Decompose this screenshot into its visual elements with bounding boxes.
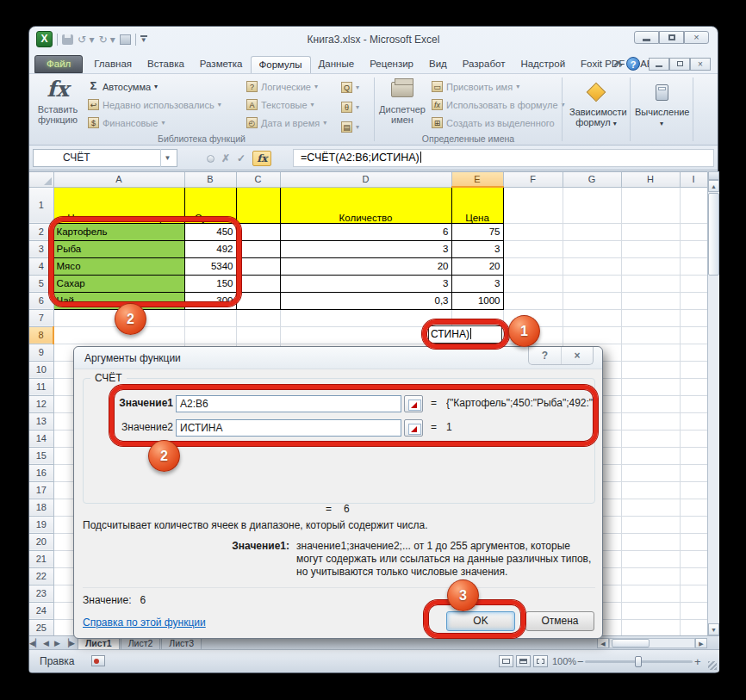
scroll-left-icon[interactable]: ◀ bbox=[597, 638, 609, 648]
column-header-A[interactable]: A bbox=[53, 172, 184, 187]
zoom-level[interactable]: 100% bbox=[552, 656, 576, 666]
row-header-9[interactable]: 9 bbox=[29, 344, 53, 361]
cell-G4[interactable] bbox=[563, 257, 621, 275]
macro-record-icon[interactable] bbox=[91, 655, 105, 666]
cell-C3[interactable] bbox=[236, 240, 280, 257]
insert-function-button[interactable]: fx Вставить функцию bbox=[32, 77, 84, 125]
cell-I8[interactable] bbox=[680, 326, 707, 344]
row-header-23[interactable]: 23 bbox=[29, 585, 53, 602]
dialog-close-icon[interactable]: × bbox=[561, 347, 593, 364]
ribbon-tab-1[interactable]: Вставка bbox=[140, 56, 192, 73]
page-break-view-button[interactable] bbox=[533, 655, 548, 667]
cell-H20[interactable] bbox=[621, 533, 680, 550]
cell-H5[interactable] bbox=[621, 275, 680, 292]
financial-button[interactable]: $Финансовые▾ bbox=[88, 114, 221, 132]
cell-I17[interactable] bbox=[680, 481, 707, 499]
cell-H14[interactable] bbox=[621, 430, 680, 447]
cell-C4[interactable] bbox=[236, 257, 280, 275]
collapse-ribbon-icon[interactable] bbox=[614, 61, 623, 70]
row-header-18[interactable]: 18 bbox=[29, 499, 53, 516]
enter-icon[interactable]: ✓ bbox=[237, 152, 246, 164]
cell-I10[interactable] bbox=[680, 361, 707, 378]
scrollbar-split-handle[interactable] bbox=[708, 171, 719, 180]
cell-H11[interactable] bbox=[621, 378, 680, 395]
save-icon[interactable] bbox=[62, 34, 73, 45]
formula-input[interactable]: =СЧЁТ(A2:B6;ИСТИНА) bbox=[293, 149, 714, 167]
create-from-selection-button[interactable]: ⊞Создать из выделенного bbox=[432, 114, 565, 132]
resize-grip[interactable] bbox=[708, 661, 717, 670]
zoom-slider-thumb[interactable] bbox=[635, 656, 642, 667]
help-icon[interactable]: ? bbox=[626, 57, 640, 71]
ribbon-tab-4[interactable]: Данные bbox=[311, 56, 363, 73]
next-sheet-icon[interactable]: ▶ bbox=[52, 639, 63, 647]
workbook-close-button[interactable]: × bbox=[690, 58, 711, 71]
cell-I13[interactable] bbox=[680, 412, 707, 430]
cell-I23[interactable] bbox=[680, 585, 707, 602]
scroll-down-icon[interactable]: ▼ bbox=[708, 623, 719, 635]
row-header-25[interactable]: 25 bbox=[29, 619, 53, 635]
cell-F4[interactable] bbox=[503, 257, 563, 275]
cell-H24[interactable] bbox=[621, 602, 680, 619]
cell-H2[interactable] bbox=[621, 223, 680, 240]
cell-I21[interactable] bbox=[680, 550, 707, 567]
zoom-in-icon[interactable]: + bbox=[694, 655, 701, 668]
define-name-button[interactable]: ▭Присвоить имя▾ bbox=[432, 77, 565, 96]
ribbon-tab-0[interactable]: Главная bbox=[86, 56, 140, 73]
row-header-12[interactable]: 12 bbox=[29, 395, 53, 412]
grid-icon[interactable] bbox=[120, 34, 131, 45]
zoom-out-icon[interactable]: − bbox=[577, 655, 584, 668]
cell-H15[interactable] bbox=[621, 447, 680, 464]
row-header-13[interactable]: 13 bbox=[29, 412, 53, 430]
insert-function-icon[interactable]: fx bbox=[252, 151, 271, 166]
cell-F2[interactable] bbox=[503, 223, 563, 240]
cell-H3[interactable] bbox=[621, 240, 680, 257]
cell-I22[interactable] bbox=[680, 567, 707, 585]
cell-D5[interactable]: 3 bbox=[280, 275, 451, 292]
cell-H23[interactable] bbox=[621, 585, 680, 602]
cell-B8[interactable] bbox=[184, 326, 236, 344]
row-header-22[interactable]: 22 bbox=[29, 567, 53, 585]
cell-I6[interactable] bbox=[680, 292, 707, 309]
column-header-I[interactable]: I bbox=[680, 172, 707, 187]
ribbon-tab-8[interactable]: Надстрой bbox=[513, 56, 573, 73]
workbook-minimize-button[interactable] bbox=[649, 58, 669, 71]
cell-E3[interactable]: 3 bbox=[451, 240, 503, 257]
cell-I18[interactable] bbox=[680, 499, 707, 516]
cell-I2[interactable] bbox=[680, 223, 707, 240]
ribbon-tab-3[interactable]: Формулы bbox=[251, 56, 311, 73]
cell-I25[interactable] bbox=[680, 619, 707, 635]
row-header-14[interactable]: 14 bbox=[29, 430, 53, 447]
cell-H8[interactable] bbox=[621, 326, 680, 344]
dialog-title-bar[interactable]: Аргументы функции ? × bbox=[74, 347, 602, 369]
cell-H17[interactable] bbox=[621, 481, 680, 499]
select-all-corner[interactable] bbox=[29, 172, 53, 187]
dialog-help-icon[interactable]: ? bbox=[529, 347, 561, 364]
cell-H4[interactable] bbox=[621, 257, 680, 275]
autosum-button[interactable]: ΣАвтосумма▾ bbox=[88, 77, 221, 96]
row-header-8[interactable]: 8 bbox=[29, 326, 53, 344]
lookup-reference-button[interactable]: Q▾ bbox=[341, 78, 359, 96]
cell-I19[interactable] bbox=[680, 516, 707, 533]
cancel-button[interactable]: Отмена bbox=[525, 611, 594, 631]
cell-H16[interactable] bbox=[621, 464, 680, 481]
scroll-up-icon[interactable]: ▲ bbox=[708, 180, 719, 192]
cancel-icon[interactable]: ✗ bbox=[221, 152, 230, 164]
name-box-dropdown-icon[interactable]: ▼ bbox=[160, 149, 174, 167]
restore-button[interactable] bbox=[659, 31, 684, 44]
calculation-button[interactable]: Вычисление▾ bbox=[635, 79, 688, 129]
cell-C7[interactable] bbox=[236, 309, 280, 326]
column-header-G[interactable]: G bbox=[563, 172, 621, 187]
cell-I5[interactable] bbox=[680, 275, 707, 292]
ribbon-tab-2[interactable]: Разметка bbox=[192, 56, 251, 73]
customize-qat-icon[interactable]: ▼ bbox=[140, 35, 147, 43]
row-header-11[interactable]: 11 bbox=[29, 378, 53, 395]
row-header-15[interactable]: 15 bbox=[29, 447, 53, 464]
tab-file[interactable]: Файл bbox=[34, 55, 83, 73]
hscroll-track[interactable] bbox=[609, 638, 695, 648]
row-header-7[interactable]: 7 bbox=[29, 309, 53, 326]
cell-H22[interactable] bbox=[621, 567, 680, 585]
cell-H18[interactable] bbox=[621, 499, 680, 516]
cell-I1[interactable] bbox=[680, 187, 707, 223]
column-header-H[interactable]: H bbox=[621, 172, 680, 187]
first-sheet-icon[interactable]: ◀▏ bbox=[29, 639, 40, 647]
